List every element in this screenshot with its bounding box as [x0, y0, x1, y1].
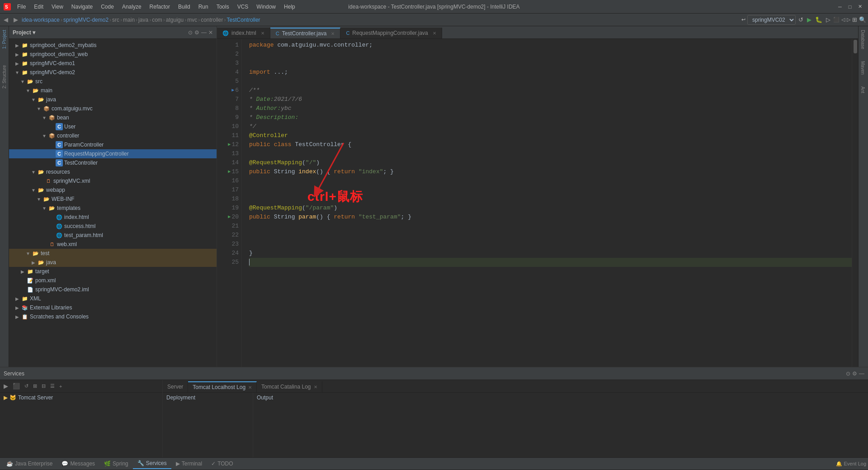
- tree-item-external-libraries[interactable]: ▶ 📚 External Libraries: [9, 303, 217, 312]
- bottom-tab-todo[interactable]: ✓ TODO: [207, 459, 237, 469]
- tree-item-java[interactable]: ▼ 📂 java: [9, 95, 217, 104]
- tree-item-test-java[interactable]: ▶ 📂 java: [9, 258, 217, 267]
- services-stop-button[interactable]: ⬛: [11, 382, 22, 390]
- run-with-coverage-button[interactable]: ▷: [825, 16, 831, 23]
- tree-item-testcontroller[interactable]: C TestController: [9, 158, 217, 167]
- menu-view[interactable]: View: [48, 3, 67, 11]
- tree-item-controller[interactable]: ▼ 📦 controller: [9, 131, 217, 140]
- stop-button[interactable]: ⬛: [833, 17, 840, 23]
- tree-item-web-xml[interactable]: 🗒 web.xml: [9, 240, 217, 249]
- tree-item-springboot-demo2-mybatis[interactable]: ▶ 📁 springboot_demo2_mybatis: [9, 41, 217, 50]
- tree-item-package[interactable]: ▼ 📦 com.atguigu.mvc: [9, 104, 217, 113]
- services-tomcat-item[interactable]: ▶ 🐱 Tomcat Server: [0, 393, 162, 403]
- search-everywhere-button[interactable]: 🔍: [859, 16, 866, 23]
- menu-code[interactable]: Code: [97, 3, 118, 11]
- services-tab-localhost-log[interactable]: Tomcat Localhost Log ✕: [188, 381, 257, 392]
- debug-button[interactable]: 🐛: [814, 16, 823, 23]
- run-button[interactable]: ▶: [806, 16, 812, 23]
- menu-tools[interactable]: Tools: [213, 3, 233, 11]
- tree-item-springboot-demo3-web[interactable]: ▶ 📁 springboot_demo3_web: [9, 50, 217, 59]
- tree-item-resources[interactable]: ▼ 📂 resources: [9, 167, 217, 176]
- tree-item-test[interactable]: ▼ 📂 test: [9, 249, 217, 258]
- menu-analyze[interactable]: Analyze: [118, 3, 145, 11]
- menu-run[interactable]: Run: [195, 3, 212, 11]
- sidebar-collapse-button[interactable]: —: [201, 29, 207, 36]
- maximize-button[interactable]: □: [845, 2, 854, 11]
- services-minimize-button[interactable]: —: [859, 370, 864, 377]
- menu-vcs[interactable]: VCS: [234, 3, 252, 11]
- tree-item-testparam-html[interactable]: 🌐 test_param.html: [9, 231, 217, 240]
- tree-item-src[interactable]: ▼ 📂 src: [9, 77, 217, 86]
- services-collapse-button[interactable]: ⊟: [40, 382, 47, 390]
- structure-tab[interactable]: 2: Structure: [0, 62, 9, 92]
- tab-close-button[interactable]: ✕: [433, 31, 436, 36]
- tree-item-templates[interactable]: ▼ 📂 templates: [9, 204, 217, 213]
- run-config-select[interactable]: springMVC02: [747, 15, 796, 25]
- config-refresh-button[interactable]: ↺: [797, 16, 804, 23]
- tree-item-main[interactable]: ▼ 📂 main: [9, 86, 217, 95]
- tree-item-index-html[interactable]: 🌐 index.html: [9, 213, 217, 222]
- tree-item-iml[interactable]: 📄 springMVC-demo2.iml: [9, 285, 217, 294]
- sidebar-pin-button[interactable]: ⊙: [188, 29, 193, 36]
- tab-close[interactable]: ✕: [314, 385, 317, 389]
- menu-edit[interactable]: Edit: [30, 3, 47, 11]
- bottom-tab-java-enterprise[interactable]: ☕ Java Enterprise: [2, 459, 57, 469]
- sidebar-settings-button[interactable]: ⚙: [194, 29, 199, 36]
- sidebar-hide-button[interactable]: ✕: [208, 29, 213, 36]
- services-restart-button[interactable]: ↺: [23, 382, 30, 390]
- services-add-button[interactable]: +: [57, 383, 64, 390]
- event-log-button[interactable]: 🔔 Event Log: [836, 461, 866, 467]
- bottom-tab-messages[interactable]: 💬 Messages: [57, 459, 99, 469]
- menu-window[interactable]: Window: [253, 3, 279, 11]
- tree-item-paramcontroller[interactable]: C ParamController: [9, 140, 217, 149]
- tab-requestmappingcontroller[interactable]: C RequestMappingController.java ✕: [340, 28, 442, 38]
- tree-item-webinf[interactable]: ▼ 📂 WEB-INF: [9, 195, 217, 204]
- services-settings-button[interactable]: ⚙: [852, 370, 857, 377]
- services-tab-catalina-log[interactable]: Tomcat Catalina Log ✕: [257, 381, 322, 392]
- services-filter-button[interactable]: ☰: [48, 382, 57, 390]
- tree-item-user[interactable]: C User: [9, 122, 217, 131]
- tree-item-springmvc-demo2[interactable]: ▼ 📁 springMVC-demo2: [9, 68, 217, 77]
- tree-item-bean[interactable]: ▼ 📦 bean: [9, 113, 217, 122]
- maven-tab[interactable]: Maven: [859, 57, 868, 78]
- tab-testcontroller[interactable]: C TestController.java ✕: [270, 28, 341, 38]
- tree-item-scratches[interactable]: ▶ 📋 Scratches and Consoles: [9, 312, 217, 321]
- tree-item-requestmappingcontroller[interactable]: C RequestMappingController: [9, 149, 217, 158]
- nav-next-button[interactable]: ▷: [847, 17, 850, 23]
- bookmark-button[interactable]: ⊞: [852, 16, 857, 23]
- tree-item-springmvc-xml[interactable]: 🗒 springMVC.xml: [9, 176, 217, 185]
- tab-close-button[interactable]: ✕: [261, 31, 264, 36]
- services-pin-button[interactable]: ⊙: [846, 370, 850, 377]
- bottom-tab-services[interactable]: 🔧 Services: [133, 458, 171, 469]
- services-run-button[interactable]: ▶: [2, 382, 10, 390]
- nav-back-button[interactable]: ◀: [2, 15, 10, 24]
- minimize-button[interactable]: ─: [835, 2, 844, 11]
- menu-build[interactable]: Build: [175, 3, 194, 11]
- close-button[interactable]: ✕: [855, 2, 864, 11]
- tree-item-springmvc-demo1[interactable]: ▶ 📁 springMVC-demo1: [9, 59, 217, 68]
- menu-navigate[interactable]: Navigate: [68, 3, 96, 11]
- tab-close[interactable]: ✕: [248, 385, 252, 390]
- ant-tab[interactable]: Ant: [859, 83, 868, 97]
- services-expand-button[interactable]: ⊞: [31, 382, 39, 390]
- tree-item-success-html[interactable]: 🌐 success.html: [9, 222, 217, 231]
- nav-forward-button[interactable]: ▶: [12, 15, 20, 24]
- tree-item-pom[interactable]: 📝 pom.xml: [9, 276, 217, 285]
- bottom-tab-terminal[interactable]: ▶ Terminal: [171, 459, 207, 469]
- bottom-tab-spring[interactable]: 🌿 Spring: [99, 459, 133, 469]
- tab-close-button[interactable]: ✕: [331, 31, 335, 36]
- nav-prev-button[interactable]: ◁: [841, 17, 845, 23]
- update-button[interactable]: ↩: [741, 17, 745, 23]
- tree-item-webapp[interactable]: ▼ 📂 webapp: [9, 185, 217, 195]
- menu-refactor[interactable]: Refactor: [146, 3, 174, 11]
- project-tab[interactable]: 1: Project: [0, 26, 9, 52]
- tree-item-xml-module[interactable]: ▶ 📁 XML: [9, 294, 217, 303]
- code-editor[interactable]: 1 2 3 4 5 ▶ 6 7 8 9 10 11 ▶ 12 13 14: [217, 39, 858, 367]
- tab-index-html[interactable]: 🌐 index.html ✕: [217, 28, 270, 38]
- tree-item-target[interactable]: ▶ 📁 target: [9, 267, 217, 276]
- database-tab[interactable]: Database: [859, 26, 868, 53]
- services-tab-server[interactable]: Server: [163, 381, 188, 392]
- editor-scrollbar[interactable]: [852, 39, 858, 367]
- code-content[interactable]: package com.atguigu.mvc.controller; impo…: [242, 39, 852, 367]
- menu-help[interactable]: Help: [280, 3, 299, 11]
